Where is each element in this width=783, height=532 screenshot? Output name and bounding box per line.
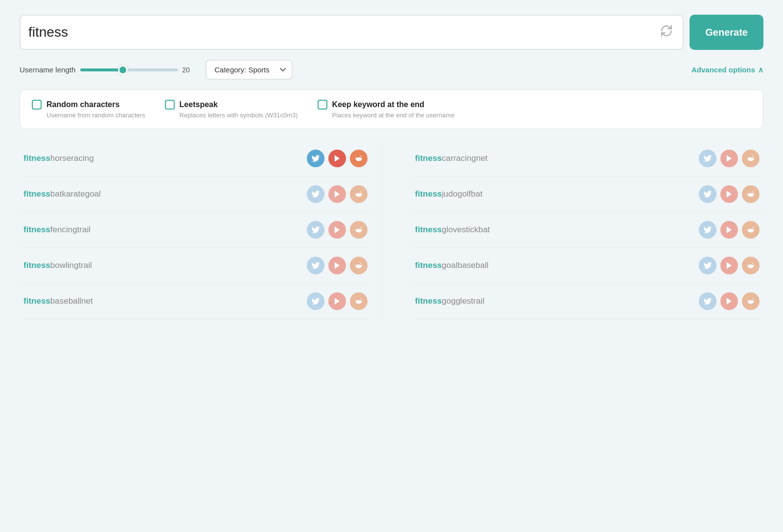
reddit-icon[interactable] bbox=[742, 292, 760, 310]
svg-point-58 bbox=[752, 298, 753, 299]
category-select[interactable]: Category: Sports Category: Any Category:… bbox=[206, 60, 293, 80]
svg-point-8 bbox=[357, 195, 358, 196]
length-value: 20 bbox=[182, 66, 194, 74]
twitter-icon[interactable] bbox=[307, 185, 324, 203]
advanced-options-button[interactable]: Advanced options ∧ bbox=[691, 66, 763, 74]
slider-wrapper: 20 bbox=[80, 66, 194, 74]
svg-point-38 bbox=[749, 195, 750, 196]
random-chars-option: Random characters Username from random c… bbox=[32, 100, 145, 119]
list-item: fitnesscarracingnet bbox=[411, 141, 763, 177]
reddit-icon[interactable] bbox=[350, 150, 368, 167]
svg-point-2 bbox=[357, 159, 358, 160]
youtube-icon[interactable] bbox=[328, 292, 346, 310]
svg-point-27 bbox=[360, 302, 361, 303]
youtube-icon[interactable] bbox=[720, 221, 738, 239]
twitter-icon[interactable] bbox=[699, 292, 716, 310]
svg-point-40 bbox=[752, 191, 753, 192]
svg-point-3 bbox=[360, 159, 361, 160]
length-slider[interactable] bbox=[80, 68, 178, 71]
twitter-icon[interactable] bbox=[307, 292, 324, 310]
random-chars-title: Random characters bbox=[46, 100, 119, 109]
twitter-icon[interactable] bbox=[307, 150, 324, 167]
random-chars-checkbox[interactable] bbox=[32, 100, 42, 110]
youtube-icon[interactable] bbox=[720, 150, 738, 167]
svg-marker-24 bbox=[335, 298, 340, 305]
twitter-icon[interactable] bbox=[699, 221, 716, 239]
username-text: fitnessjudogolfbat bbox=[415, 189, 483, 199]
chevron-up-icon: ∧ bbox=[758, 66, 763, 74]
twitter-icon[interactable] bbox=[307, 221, 324, 239]
leetspeak-row: Leetspeak bbox=[165, 100, 298, 110]
reddit-icon[interactable] bbox=[742, 257, 760, 274]
username-text: fitnesscarracingnet bbox=[415, 154, 487, 163]
youtube-icon[interactable] bbox=[720, 185, 738, 203]
advanced-options-label: Advanced options bbox=[691, 66, 755, 74]
length-group: Username length 20 bbox=[20, 66, 194, 74]
social-icons bbox=[307, 185, 368, 203]
reddit-icon[interactable] bbox=[742, 185, 760, 203]
social-icons bbox=[699, 185, 760, 203]
random-chars-desc: Username from random characters bbox=[46, 111, 145, 119]
keep-keyword-checkbox[interactable] bbox=[318, 100, 327, 110]
svg-point-16 bbox=[360, 227, 361, 228]
keep-keyword-option: Keep keyword at the end Places keyword a… bbox=[318, 100, 455, 119]
svg-marker-0 bbox=[335, 155, 340, 162]
svg-point-4 bbox=[360, 155, 361, 156]
search-input[interactable] bbox=[28, 24, 658, 40]
svg-marker-18 bbox=[335, 262, 340, 269]
youtube-icon[interactable] bbox=[720, 257, 738, 274]
svg-point-21 bbox=[360, 266, 361, 267]
reddit-icon[interactable] bbox=[350, 292, 368, 310]
username-text: fitnessglovestickbat bbox=[415, 225, 490, 235]
reddit-icon[interactable] bbox=[350, 221, 368, 239]
svg-point-56 bbox=[749, 302, 750, 303]
leetspeak-desc: Replaces letters with symbols (W31c0m3) bbox=[180, 111, 298, 119]
list-item: fitnessgoalbaseball bbox=[411, 248, 763, 284]
svg-point-45 bbox=[752, 230, 753, 231]
youtube-icon[interactable] bbox=[720, 292, 738, 310]
svg-marker-12 bbox=[335, 226, 340, 233]
list-item: fitnessfencingtrail bbox=[20, 212, 371, 248]
keep-keyword-row: Keep keyword at the end bbox=[318, 100, 455, 110]
twitter-icon[interactable] bbox=[699, 257, 716, 274]
youtube-icon[interactable] bbox=[328, 150, 346, 167]
search-input-wrapper bbox=[20, 15, 684, 50]
svg-point-44 bbox=[749, 230, 750, 231]
twitter-icon[interactable] bbox=[699, 150, 716, 167]
twitter-icon[interactable] bbox=[699, 185, 716, 203]
reset-button[interactable] bbox=[658, 22, 675, 42]
svg-point-26 bbox=[357, 302, 358, 303]
generate-button[interactable]: Generate bbox=[690, 15, 763, 50]
reddit-icon[interactable] bbox=[742, 150, 760, 167]
svg-point-10 bbox=[360, 191, 361, 192]
svg-point-20 bbox=[357, 266, 358, 267]
social-icons bbox=[307, 221, 368, 239]
username-text: fitnessbaseballnet bbox=[23, 296, 93, 306]
reddit-icon[interactable] bbox=[350, 257, 368, 274]
options-row: Username length 20 Category: Sports Cate… bbox=[20, 60, 763, 80]
youtube-icon[interactable] bbox=[328, 221, 346, 239]
svg-marker-42 bbox=[727, 226, 732, 233]
svg-point-39 bbox=[752, 195, 753, 196]
youtube-icon[interactable] bbox=[328, 257, 346, 274]
reddit-icon[interactable] bbox=[350, 185, 368, 203]
svg-marker-30 bbox=[727, 155, 732, 162]
list-item: fitnessgogglestrail bbox=[411, 284, 763, 319]
svg-point-22 bbox=[360, 263, 361, 264]
username-text: fitnessbatkarategoal bbox=[23, 189, 101, 199]
length-label: Username length bbox=[20, 66, 75, 74]
reddit-icon[interactable] bbox=[742, 221, 760, 239]
svg-point-57 bbox=[752, 302, 753, 303]
svg-marker-6 bbox=[335, 191, 340, 198]
username-text: fitnessbowlingtrail bbox=[23, 261, 92, 270]
social-icons bbox=[699, 257, 760, 274]
leetspeak-checkbox[interactable] bbox=[165, 100, 175, 110]
social-icons bbox=[699, 292, 760, 310]
results-right-column: fitnesscarracingnetfitnessjudogolfbatfit… bbox=[401, 141, 763, 319]
youtube-icon[interactable] bbox=[328, 185, 346, 203]
twitter-icon[interactable] bbox=[307, 257, 324, 274]
list-item: fitnessbowlingtrail bbox=[20, 248, 371, 284]
social-icons bbox=[699, 221, 760, 239]
svg-marker-48 bbox=[727, 262, 732, 269]
svg-point-15 bbox=[360, 230, 361, 231]
